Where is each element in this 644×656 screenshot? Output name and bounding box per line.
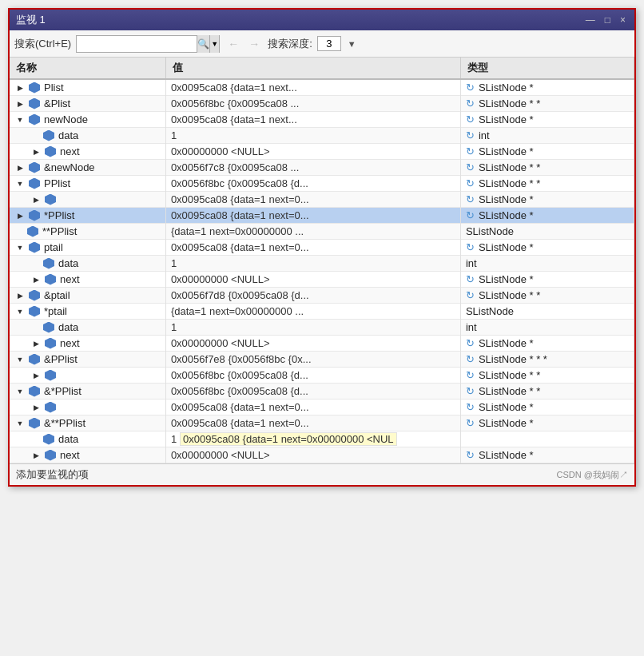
expand-button[interactable]: ▶ <box>30 338 42 349</box>
search-icon-button[interactable]: 🔍 <box>197 35 209 53</box>
variable-name: PPlist <box>44 177 70 189</box>
refresh-icon[interactable]: ↻ <box>466 369 475 381</box>
refresh-icon[interactable]: ↻ <box>466 193 475 205</box>
expand-button[interactable]: ▶ <box>14 210 26 221</box>
refresh-icon[interactable]: ↻ <box>466 401 475 413</box>
table-row[interactable]: data10x0095ca08 {data=1 next=0x00000000 … <box>10 431 634 447</box>
table-row[interactable]: data1↻int <box>10 128 634 144</box>
col-header-name: 名称 <box>10 58 165 79</box>
add-watch-label[interactable]: 添加要监视的项 <box>16 467 89 482</box>
table-row[interactable]: ▶0x0056f8bc {0x0095ca08 {d...↻SListNode … <box>10 368 634 384</box>
table-row[interactable]: ▶Plist0x0095ca08 {data=1 next...↻SListNo… <box>10 79 634 96</box>
refresh-icon[interactable]: ↻ <box>466 161 475 173</box>
value-cell: 0x0056f8bc {0x0095ca08 {d... <box>165 176 460 192</box>
table-row[interactable]: ▼&*PPlist0x0056f8bc {0x0095ca08 {d...↻SL… <box>10 384 634 400</box>
table-row[interactable]: ▶next0x00000000 <NULL>↻SListNode * <box>10 336 634 352</box>
variable-type: SListNode * * <box>479 369 540 381</box>
variable-name: data <box>58 433 78 445</box>
footer-credit: CSDN @我妈闹↗ <box>557 469 628 481</box>
close-button[interactable]: × <box>618 14 628 26</box>
table-row[interactable]: ▼*ptail{data=1 next=0x00000000 ...SListN… <box>10 304 634 320</box>
expand-button[interactable]: ▶ <box>14 162 26 173</box>
expand-button[interactable]: ▶ <box>30 146 42 157</box>
variable-type: SListNode * <box>479 417 534 429</box>
table-row[interactable]: **PPlist{data=1 next=0x00000000 ...SList… <box>10 224 634 240</box>
table-row[interactable]: ▶&ptail0x0056f7d8 {0x0095ca08 {d...↻SLis… <box>10 288 634 304</box>
type-cell: ↻SListNode * * <box>460 96 634 112</box>
table-row[interactable]: ▶next0x00000000 <NULL>↻SListNode * <box>10 447 634 463</box>
expand-button[interactable]: ▼ <box>14 114 26 125</box>
table-row[interactable]: ▶&newNode0x0056f7c8 {0x0095ca08 ...↻SLis… <box>10 160 634 176</box>
type-cell: ↻SListNode * <box>460 79 634 96</box>
name-cell: ▶next <box>10 144 165 160</box>
name-cell: ▶next <box>10 447 165 463</box>
name-cell: ▶ <box>10 400 165 415</box>
table-row[interactable]: ▶next0x00000000 <NULL>↻SListNode * <box>10 272 634 288</box>
expand-button[interactable]: ▼ <box>14 418 26 429</box>
depth-value[interactable]: 3 <box>317 36 341 51</box>
title-bar: 监视 1 — □ × <box>10 10 634 30</box>
search-dropdown-button[interactable]: ▼ <box>209 35 219 53</box>
variable-icon <box>29 418 40 429</box>
refresh-icon[interactable]: ↻ <box>466 97 475 109</box>
refresh-icon[interactable]: ↻ <box>466 177 475 189</box>
minimize-button[interactable]: — <box>583 14 598 26</box>
expand-button[interactable]: ▶ <box>30 274 42 285</box>
expand-button[interactable]: ▶ <box>14 98 26 109</box>
name-cell: ▶Plist <box>10 79 165 96</box>
refresh-icon[interactable]: ↻ <box>466 449 475 461</box>
name-cell: ▼ptail <box>10 240 165 256</box>
refresh-icon[interactable]: ↻ <box>466 82 475 93</box>
table-row[interactable]: data1int <box>10 320 634 336</box>
refresh-icon[interactable]: ↻ <box>466 337 475 349</box>
forward-button[interactable]: → <box>245 38 263 50</box>
maximize-button[interactable]: □ <box>602 14 613 26</box>
type-cell: ↻SListNode * * <box>460 384 634 400</box>
table-row[interactable]: ▶&Plist0x0056f8bc {0x0095ca08 ...↻SListN… <box>10 96 634 112</box>
back-button[interactable]: ← <box>225 38 242 50</box>
table-row[interactable]: ▼&PPlist0x0056f7e8 {0x0056f8bc {0x...↻SL… <box>10 352 634 368</box>
expand-button[interactable]: ▼ <box>14 354 26 365</box>
expand-button[interactable]: ▶ <box>30 402 42 413</box>
expand-button[interactable]: ▼ <box>14 306 26 317</box>
table-row[interactable]: data1int <box>10 256 634 272</box>
table-row[interactable]: ▶next0x00000000 <NULL>↻SListNode * <box>10 144 634 160</box>
refresh-icon[interactable]: ↻ <box>466 209 475 221</box>
refresh-icon[interactable]: ↻ <box>466 353 475 365</box>
refresh-icon[interactable]: ↻ <box>466 273 475 285</box>
refresh-icon[interactable]: ↻ <box>466 113 475 125</box>
expand-button[interactable]: ▼ <box>14 178 26 189</box>
table-row[interactable]: ▼&**PPlist0x0095ca08 {data=1 next=0...↻S… <box>10 415 634 431</box>
refresh-icon[interactable]: ↻ <box>466 289 475 301</box>
variable-value: 1 <box>171 433 177 445</box>
expand-button[interactable]: ▶ <box>14 290 26 301</box>
refresh-icon[interactable]: ↻ <box>466 385 475 397</box>
refresh-icon[interactable]: ↻ <box>466 417 475 429</box>
expand-button[interactable]: ▶ <box>30 194 42 205</box>
type-cell: ↻SListNode * <box>460 112 634 128</box>
footer: 添加要监视的项 CSDN @我妈闹↗ <box>10 463 634 485</box>
expand-button[interactable]: ▶ <box>30 450 42 461</box>
variable-name: &newNode <box>44 161 95 173</box>
type-cell <box>460 431 634 447</box>
expand-button[interactable]: ▶ <box>14 82 26 93</box>
expand-button[interactable]: ▶ <box>30 370 42 381</box>
table-header-row: 名称 值 类型 <box>10 58 634 79</box>
name-cell: ▶*PPlist <box>10 208 165 224</box>
variable-type: int <box>479 129 490 141</box>
expand-button[interactable]: ▼ <box>14 386 26 397</box>
table-row[interactable]: ▼PPlist0x0056f8bc {0x0095ca08 {d...↻SLis… <box>10 176 634 192</box>
type-cell: SListNode <box>460 224 634 240</box>
search-input[interactable] <box>77 36 197 52</box>
table-row[interactable]: ▼ptail0x0095ca08 {data=1 next=0...↻SList… <box>10 240 634 256</box>
refresh-icon[interactable]: ↻ <box>466 241 475 253</box>
value-cell: 0x0095ca08 {data=1 next=0... <box>165 400 460 415</box>
table-row[interactable]: ▶*PPlist0x0095ca08 {data=1 next=0...↻SLi… <box>10 208 634 224</box>
refresh-icon[interactable]: ↻ <box>466 145 475 157</box>
table-row[interactable]: ▶0x0095ca08 {data=1 next=0...↻SListNode … <box>10 192 634 208</box>
depth-dropdown[interactable]: ▼ <box>346 39 358 49</box>
table-row[interactable]: ▶0x0095ca08 {data=1 next=0...↻SListNode … <box>10 400 634 415</box>
table-row[interactable]: ▼newNode0x0095ca08 {data=1 next...↻SList… <box>10 112 634 128</box>
expand-button[interactable]: ▼ <box>14 242 26 253</box>
refresh-icon[interactable]: ↻ <box>466 129 475 141</box>
